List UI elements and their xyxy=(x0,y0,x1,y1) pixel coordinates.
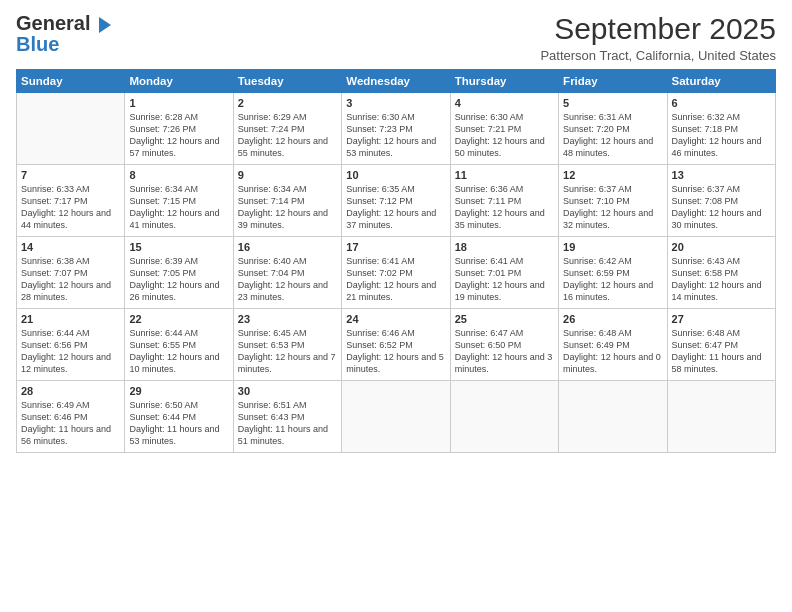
day-number: 3 xyxy=(346,97,445,109)
calendar-body: 1 Sunrise: 6:28 AM Sunset: 7:26 PM Dayli… xyxy=(17,93,776,453)
calendar-cell: 5 Sunrise: 6:31 AM Sunset: 7:20 PM Dayli… xyxy=(559,93,667,165)
daylight-text: Daylight: 12 hours and 21 minutes. xyxy=(346,279,445,303)
sunrise-text: Sunrise: 6:40 AM xyxy=(238,255,337,267)
sunset-text: Sunset: 7:07 PM xyxy=(21,267,120,279)
sunrise-text: Sunrise: 6:29 AM xyxy=(238,111,337,123)
cell-info: Sunrise: 6:41 AM Sunset: 7:01 PM Dayligh… xyxy=(455,255,554,304)
header-tuesday: Tuesday xyxy=(233,70,341,93)
calendar-cell: 12 Sunrise: 6:37 AM Sunset: 7:10 PM Dayl… xyxy=(559,165,667,237)
sunset-text: Sunset: 6:44 PM xyxy=(129,411,228,423)
sunset-text: Sunset: 7:15 PM xyxy=(129,195,228,207)
title-area: September 2025 Patterson Tract, Californ… xyxy=(540,12,776,63)
sunrise-text: Sunrise: 6:32 AM xyxy=(672,111,771,123)
header-thursday: Thursday xyxy=(450,70,558,93)
sunrise-text: Sunrise: 6:42 AM xyxy=(563,255,662,267)
cell-info: Sunrise: 6:47 AM Sunset: 6:50 PM Dayligh… xyxy=(455,327,554,376)
sunset-text: Sunset: 6:56 PM xyxy=(21,339,120,351)
day-number: 6 xyxy=(672,97,771,109)
cell-info: Sunrise: 6:42 AM Sunset: 6:59 PM Dayligh… xyxy=(563,255,662,304)
sunset-text: Sunset: 7:05 PM xyxy=(129,267,228,279)
calendar-cell: 11 Sunrise: 6:36 AM Sunset: 7:11 PM Dayl… xyxy=(450,165,558,237)
sunrise-text: Sunrise: 6:45 AM xyxy=(238,327,337,339)
calendar-cell: 18 Sunrise: 6:41 AM Sunset: 7:01 PM Dayl… xyxy=(450,237,558,309)
cell-info: Sunrise: 6:39 AM Sunset: 7:05 PM Dayligh… xyxy=(129,255,228,304)
daylight-text: Daylight: 12 hours and 48 minutes. xyxy=(563,135,662,159)
daylight-text: Daylight: 12 hours and 28 minutes. xyxy=(21,279,120,303)
cell-info: Sunrise: 6:51 AM Sunset: 6:43 PM Dayligh… xyxy=(238,399,337,448)
day-number: 13 xyxy=(672,169,771,181)
calendar-week-1: 7 Sunrise: 6:33 AM Sunset: 7:17 PM Dayli… xyxy=(17,165,776,237)
sunrise-text: Sunrise: 6:34 AM xyxy=(238,183,337,195)
sunrise-text: Sunrise: 6:37 AM xyxy=(672,183,771,195)
calendar-cell: 1 Sunrise: 6:28 AM Sunset: 7:26 PM Dayli… xyxy=(125,93,233,165)
logo-general-text: General xyxy=(16,12,90,35)
calendar-cell: 16 Sunrise: 6:40 AM Sunset: 7:04 PM Dayl… xyxy=(233,237,341,309)
cell-info: Sunrise: 6:48 AM Sunset: 6:47 PM Dayligh… xyxy=(672,327,771,376)
cell-info: Sunrise: 6:48 AM Sunset: 6:49 PM Dayligh… xyxy=(563,327,662,376)
daylight-text: Daylight: 11 hours and 56 minutes. xyxy=(21,423,120,447)
daylight-text: Daylight: 12 hours and 7 minutes. xyxy=(238,351,337,375)
daylight-text: Daylight: 12 hours and 50 minutes. xyxy=(455,135,554,159)
daylight-text: Daylight: 12 hours and 0 minutes. xyxy=(563,351,662,375)
day-number: 19 xyxy=(563,241,662,253)
cell-info: Sunrise: 6:45 AM Sunset: 6:53 PM Dayligh… xyxy=(238,327,337,376)
sunset-text: Sunset: 6:59 PM xyxy=(563,267,662,279)
daylight-text: Daylight: 12 hours and 55 minutes. xyxy=(238,135,337,159)
calendar-cell: 6 Sunrise: 6:32 AM Sunset: 7:18 PM Dayli… xyxy=(667,93,775,165)
sunrise-text: Sunrise: 6:38 AM xyxy=(21,255,120,267)
calendar-cell: 13 Sunrise: 6:37 AM Sunset: 7:08 PM Dayl… xyxy=(667,165,775,237)
daylight-text: Daylight: 12 hours and 19 minutes. xyxy=(455,279,554,303)
sunset-text: Sunset: 7:21 PM xyxy=(455,123,554,135)
cell-info: Sunrise: 6:37 AM Sunset: 7:10 PM Dayligh… xyxy=(563,183,662,232)
sunset-text: Sunset: 7:08 PM xyxy=(672,195,771,207)
calendar-week-4: 28 Sunrise: 6:49 AM Sunset: 6:46 PM Dayl… xyxy=(17,381,776,453)
day-number: 30 xyxy=(238,385,337,397)
day-number: 20 xyxy=(672,241,771,253)
sunset-text: Sunset: 7:23 PM xyxy=(346,123,445,135)
sunrise-text: Sunrise: 6:39 AM xyxy=(129,255,228,267)
sunset-text: Sunset: 7:10 PM xyxy=(563,195,662,207)
daylight-text: Daylight: 11 hours and 53 minutes. xyxy=(129,423,228,447)
sunrise-text: Sunrise: 6:30 AM xyxy=(346,111,445,123)
calendar-cell xyxy=(667,381,775,453)
header-sunday: Sunday xyxy=(17,70,125,93)
cell-info: Sunrise: 6:34 AM Sunset: 7:14 PM Dayligh… xyxy=(238,183,337,232)
calendar-week-3: 21 Sunrise: 6:44 AM Sunset: 6:56 PM Dayl… xyxy=(17,309,776,381)
sunrise-text: Sunrise: 6:34 AM xyxy=(129,183,228,195)
sunset-text: Sunset: 7:02 PM xyxy=(346,267,445,279)
daylight-text: Daylight: 12 hours and 35 minutes. xyxy=(455,207,554,231)
sunset-text: Sunset: 7:01 PM xyxy=(455,267,554,279)
cell-info: Sunrise: 6:33 AM Sunset: 7:17 PM Dayligh… xyxy=(21,183,120,232)
calendar-cell: 20 Sunrise: 6:43 AM Sunset: 6:58 PM Dayl… xyxy=(667,237,775,309)
sunset-text: Sunset: 7:18 PM xyxy=(672,123,771,135)
calendar-cell: 14 Sunrise: 6:38 AM Sunset: 7:07 PM Dayl… xyxy=(17,237,125,309)
daylight-text: Daylight: 12 hours and 23 minutes. xyxy=(238,279,337,303)
day-number: 1 xyxy=(129,97,228,109)
daylight-text: Daylight: 12 hours and 41 minutes. xyxy=(129,207,228,231)
sunrise-text: Sunrise: 6:35 AM xyxy=(346,183,445,195)
sunrise-text: Sunrise: 6:37 AM xyxy=(563,183,662,195)
logo-arrow-icon xyxy=(91,17,111,33)
day-number: 22 xyxy=(129,313,228,325)
day-number: 10 xyxy=(346,169,445,181)
sunrise-text: Sunrise: 6:36 AM xyxy=(455,183,554,195)
day-number: 11 xyxy=(455,169,554,181)
calendar-cell: 3 Sunrise: 6:30 AM Sunset: 7:23 PM Dayli… xyxy=(342,93,450,165)
daylight-text: Daylight: 12 hours and 53 minutes. xyxy=(346,135,445,159)
daylight-text: Daylight: 12 hours and 16 minutes. xyxy=(563,279,662,303)
day-number: 21 xyxy=(21,313,120,325)
calendar-cell: 26 Sunrise: 6:48 AM Sunset: 6:49 PM Dayl… xyxy=(559,309,667,381)
cell-info: Sunrise: 6:37 AM Sunset: 7:08 PM Dayligh… xyxy=(672,183,771,232)
svg-marker-0 xyxy=(99,17,111,33)
location-title: Patterson Tract, California, United Stat… xyxy=(540,48,776,63)
sunset-text: Sunset: 7:24 PM xyxy=(238,123,337,135)
day-number: 29 xyxy=(129,385,228,397)
calendar-cell: 21 Sunrise: 6:44 AM Sunset: 6:56 PM Dayl… xyxy=(17,309,125,381)
sunset-text: Sunset: 6:52 PM xyxy=(346,339,445,351)
sunset-text: Sunset: 6:50 PM xyxy=(455,339,554,351)
day-number: 27 xyxy=(672,313,771,325)
cell-info: Sunrise: 6:31 AM Sunset: 7:20 PM Dayligh… xyxy=(563,111,662,160)
sunrise-text: Sunrise: 6:47 AM xyxy=(455,327,554,339)
daylight-text: Daylight: 12 hours and 57 minutes. xyxy=(129,135,228,159)
cell-info: Sunrise: 6:36 AM Sunset: 7:11 PM Dayligh… xyxy=(455,183,554,232)
